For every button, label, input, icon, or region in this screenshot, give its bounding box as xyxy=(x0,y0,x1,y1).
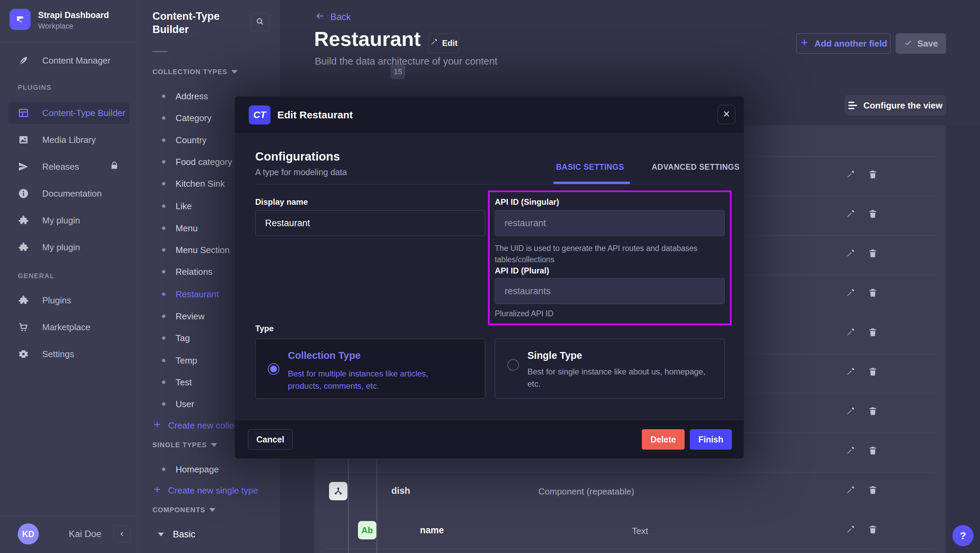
close-button[interactable] xyxy=(718,105,735,124)
edit-icon[interactable] xyxy=(845,209,856,222)
help-button[interactable]: ? xyxy=(953,525,974,546)
content-right-shade xyxy=(946,126,980,553)
sidebar-item-marketplace[interactable]: Marketplace xyxy=(8,316,129,338)
single-types-header[interactable]: SINGLE TYPES xyxy=(153,441,217,449)
api-id-plural-label: API ID (Plural) xyxy=(495,266,549,275)
back-link[interactable]: Back xyxy=(315,11,351,24)
sidebar-item-content-type-builder[interactable]: Content-Type Builder xyxy=(8,102,129,124)
collection-item-label: Tag xyxy=(176,333,190,343)
sidebar-item-my-plugin-1[interactable]: My plugin xyxy=(8,210,129,231)
collection-item-label: Test xyxy=(176,377,192,388)
sidebar-item-label: Documentation xyxy=(42,188,102,199)
trash-icon[interactable] xyxy=(868,209,878,222)
cancel-button[interactable]: Cancel xyxy=(248,429,293,450)
sidebar-item-label: Content-Type Builder xyxy=(42,108,125,118)
trash-icon[interactable] xyxy=(868,288,878,301)
sidebar-item-media-library[interactable]: Media Library xyxy=(8,129,129,151)
add-another-field-button[interactable]: Add another field xyxy=(796,33,891,54)
sidebar-divider xyxy=(0,42,137,43)
radio-unselected-icon[interactable] xyxy=(508,359,519,371)
table-row xyxy=(845,367,900,380)
trash-icon[interactable] xyxy=(868,445,878,459)
edit-icon[interactable] xyxy=(845,248,856,262)
sidebar-item-settings[interactable]: Settings xyxy=(8,343,129,365)
edit-icon[interactable] xyxy=(845,327,856,341)
component-group-label: Basic xyxy=(173,529,195,540)
workspace-label: Workplace xyxy=(38,22,73,30)
table-row xyxy=(845,209,900,222)
trash-icon[interactable] xyxy=(868,327,878,341)
component-icon xyxy=(329,482,347,500)
delete-button[interactable]: Delete xyxy=(642,429,685,450)
edit-icon[interactable] xyxy=(845,367,856,380)
edit-icon[interactable] xyxy=(845,288,856,301)
edit-icon[interactable] xyxy=(845,445,856,459)
trash-icon[interactable] xyxy=(868,406,878,420)
app-title: Strapi Dashboard xyxy=(38,10,109,20)
component-group-basic[interactable]: Basic xyxy=(153,523,268,545)
create-single-type-link[interactable]: Create new single type xyxy=(153,480,258,501)
puzzle-icon xyxy=(18,215,29,226)
back-label: Back xyxy=(331,12,351,22)
tab-advanced-settings[interactable]: ADVANCED SETTINGS xyxy=(652,162,740,172)
table-row xyxy=(845,445,900,459)
bullet-icon xyxy=(162,227,165,230)
radio-selected-icon[interactable] xyxy=(268,363,279,375)
edit-button[interactable]: Edit xyxy=(428,33,459,53)
sidebar-item-label: Releases xyxy=(42,162,79,172)
sidebar-item-documentation[interactable]: Documentation xyxy=(8,183,129,204)
search-icon xyxy=(256,17,264,27)
api-id-plural-input[interactable] xyxy=(495,278,725,304)
modal-footer: Cancel Delete Finish xyxy=(235,420,744,458)
edit-icon[interactable] xyxy=(845,485,856,499)
collection-item-label: Category xyxy=(176,113,212,124)
api-id-singular-input[interactable] xyxy=(495,210,725,236)
collection-type-card[interactable]: Collection Type Best for multiple instan… xyxy=(255,339,485,399)
shopping-cart-icon xyxy=(18,321,29,333)
components-header[interactable]: COMPONENTS xyxy=(153,506,215,514)
single-type-card[interactable]: Single Type Best for single instance lik… xyxy=(495,339,725,399)
info-icon xyxy=(18,188,29,199)
avatar[interactable]: KD xyxy=(18,523,39,545)
sidebar-item-plugins[interactable]: Plugins xyxy=(8,289,129,311)
user-name: Kai Doe xyxy=(69,529,102,539)
collection-type-title: Collection Type xyxy=(288,350,361,361)
trash-icon[interactable] xyxy=(868,485,878,499)
create-single-label: Create new single type xyxy=(168,485,258,496)
arrow-left-icon xyxy=(315,11,325,24)
strapi-logo[interactable] xyxy=(10,9,30,30)
configure-view-button[interactable]: Configure the view xyxy=(845,95,946,115)
finish-button[interactable]: Finish xyxy=(690,429,732,450)
sidebar-item-releases[interactable]: Releases xyxy=(8,156,129,178)
single-item-homepage[interactable]: Homepage xyxy=(153,458,279,480)
chevron-down-icon xyxy=(211,443,217,447)
tab-basic-settings[interactable]: BASIC SETTINGS xyxy=(556,162,624,172)
trash-icon[interactable] xyxy=(868,169,878,183)
collection-item-label: Food category xyxy=(176,157,232,167)
trash-icon[interactable] xyxy=(868,524,878,538)
edit-icon[interactable] xyxy=(845,169,856,183)
bullet-icon xyxy=(162,204,165,208)
edit-icon[interactable] xyxy=(845,406,856,420)
trash-icon[interactable] xyxy=(868,367,878,380)
edit-icon[interactable] xyxy=(845,524,856,538)
sidebar-item-label: My plugin xyxy=(42,242,80,253)
save-button[interactable]: Save xyxy=(896,33,946,54)
single-type-title: Single Type xyxy=(527,350,582,361)
lock-icon xyxy=(110,161,119,173)
content-type-badge: CT xyxy=(249,105,270,124)
sidebar-item-label: Media Library xyxy=(42,135,96,145)
collapse-sidebar-button[interactable] xyxy=(114,526,130,542)
puzzle-icon xyxy=(18,294,29,306)
sidebar-item-label: My plugin xyxy=(42,215,80,226)
search-button[interactable] xyxy=(251,13,269,31)
close-icon xyxy=(722,110,730,119)
sidebar-item-my-plugin-2[interactable]: My plugin xyxy=(8,236,129,258)
trash-icon[interactable] xyxy=(868,248,878,262)
api-id-singular-hint: The UID is used to generate the API rout… xyxy=(495,243,719,265)
display-name-input[interactable] xyxy=(255,210,485,236)
api-id-plural-hint: Pluralized API ID xyxy=(495,308,554,319)
sidebar-item-content-manager[interactable]: Content Manager xyxy=(8,50,129,72)
strapi-app: Strapi Dashboard Workplace Content Manag… xyxy=(0,0,980,553)
collection-types-header[interactable]: COLLECTION TYPES xyxy=(153,68,237,76)
